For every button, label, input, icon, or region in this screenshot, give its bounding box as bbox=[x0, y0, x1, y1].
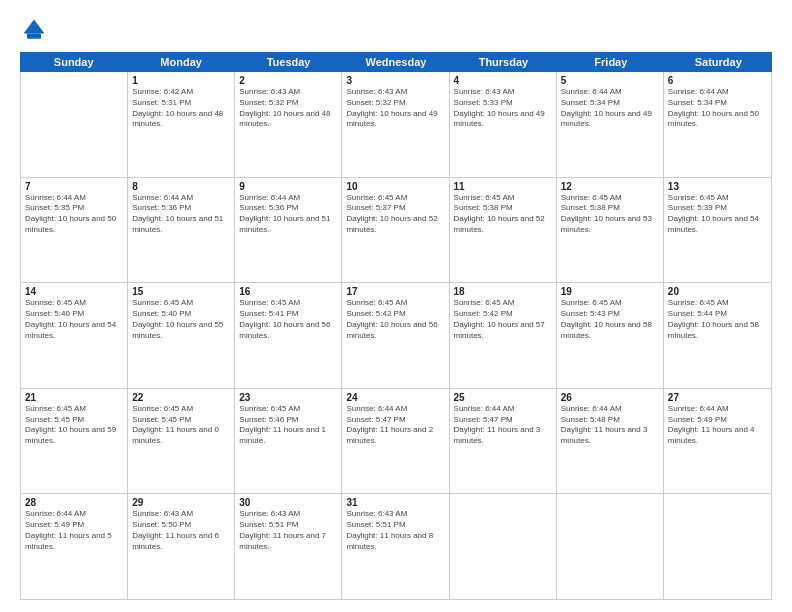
svg-rect-1 bbox=[27, 34, 41, 39]
calendar-cell-24: 24Sunrise: 6:44 AM Sunset: 5:47 PM Dayli… bbox=[342, 389, 449, 494]
day-number: 13 bbox=[668, 181, 767, 192]
cell-details: Sunrise: 6:43 AM Sunset: 5:32 PM Dayligh… bbox=[239, 87, 337, 130]
day-number: 5 bbox=[561, 75, 659, 86]
cell-details: Sunrise: 6:44 AM Sunset: 5:35 PM Dayligh… bbox=[25, 193, 123, 236]
page: SundayMondayTuesdayWednesdayThursdayFrid… bbox=[0, 0, 792, 612]
cell-details: Sunrise: 6:45 AM Sunset: 5:45 PM Dayligh… bbox=[132, 404, 230, 447]
day-number: 18 bbox=[454, 286, 552, 297]
calendar-cell-15: 15Sunrise: 6:45 AM Sunset: 5:40 PM Dayli… bbox=[128, 283, 235, 388]
day-header-friday: Friday bbox=[557, 52, 664, 72]
day-number: 10 bbox=[346, 181, 444, 192]
calendar-cell-9: 9Sunrise: 6:44 AM Sunset: 5:36 PM Daylig… bbox=[235, 178, 342, 283]
calendar-cell-21: 21Sunrise: 6:45 AM Sunset: 5:45 PM Dayli… bbox=[21, 389, 128, 494]
calendar-cell-empty-4-5 bbox=[557, 494, 664, 599]
calendar-cell-empty-4-4 bbox=[450, 494, 557, 599]
calendar-cell-17: 17Sunrise: 6:45 AM Sunset: 5:42 PM Dayli… bbox=[342, 283, 449, 388]
cell-details: Sunrise: 6:44 AM Sunset: 5:47 PM Dayligh… bbox=[454, 404, 552, 447]
calendar-cell-empty-0-0 bbox=[21, 72, 128, 177]
cell-details: Sunrise: 6:45 AM Sunset: 5:38 PM Dayligh… bbox=[454, 193, 552, 236]
day-number: 1 bbox=[132, 75, 230, 86]
cell-details: Sunrise: 6:45 AM Sunset: 5:37 PM Dayligh… bbox=[346, 193, 444, 236]
calendar-cell-empty-4-6 bbox=[664, 494, 771, 599]
cell-details: Sunrise: 6:45 AM Sunset: 5:40 PM Dayligh… bbox=[132, 298, 230, 341]
cell-details: Sunrise: 6:45 AM Sunset: 5:44 PM Dayligh… bbox=[668, 298, 767, 341]
logo bbox=[20, 16, 52, 44]
day-number: 27 bbox=[668, 392, 767, 403]
day-number: 2 bbox=[239, 75, 337, 86]
day-header-wednesday: Wednesday bbox=[342, 52, 449, 72]
calendar-row-5: 28Sunrise: 6:44 AM Sunset: 5:49 PM Dayli… bbox=[21, 494, 771, 599]
calendar-cell-8: 8Sunrise: 6:44 AM Sunset: 5:36 PM Daylig… bbox=[128, 178, 235, 283]
day-number: 29 bbox=[132, 497, 230, 508]
cell-details: Sunrise: 6:45 AM Sunset: 5:40 PM Dayligh… bbox=[25, 298, 123, 341]
day-number: 21 bbox=[25, 392, 123, 403]
cell-details: Sunrise: 6:45 AM Sunset: 5:42 PM Dayligh… bbox=[346, 298, 444, 341]
day-number: 11 bbox=[454, 181, 552, 192]
calendar-cell-2: 2Sunrise: 6:43 AM Sunset: 5:32 PM Daylig… bbox=[235, 72, 342, 177]
calendar-cell-25: 25Sunrise: 6:44 AM Sunset: 5:47 PM Dayli… bbox=[450, 389, 557, 494]
calendar-cell-28: 28Sunrise: 6:44 AM Sunset: 5:49 PM Dayli… bbox=[21, 494, 128, 599]
calendar-cell-1: 1Sunrise: 6:42 AM Sunset: 5:31 PM Daylig… bbox=[128, 72, 235, 177]
cell-details: Sunrise: 6:45 AM Sunset: 5:43 PM Dayligh… bbox=[561, 298, 659, 341]
calendar-cell-4: 4Sunrise: 6:43 AM Sunset: 5:33 PM Daylig… bbox=[450, 72, 557, 177]
day-header-monday: Monday bbox=[127, 52, 234, 72]
calendar-cell-19: 19Sunrise: 6:45 AM Sunset: 5:43 PM Dayli… bbox=[557, 283, 664, 388]
calendar-row-2: 7Sunrise: 6:44 AM Sunset: 5:35 PM Daylig… bbox=[21, 178, 771, 284]
cell-details: Sunrise: 6:45 AM Sunset: 5:38 PM Dayligh… bbox=[561, 193, 659, 236]
day-header-saturday: Saturday bbox=[665, 52, 772, 72]
cell-details: Sunrise: 6:44 AM Sunset: 5:34 PM Dayligh… bbox=[561, 87, 659, 130]
day-header-sunday: Sunday bbox=[20, 52, 127, 72]
calendar-grid: 1Sunrise: 6:42 AM Sunset: 5:31 PM Daylig… bbox=[20, 72, 772, 600]
day-number: 7 bbox=[25, 181, 123, 192]
calendar-cell-18: 18Sunrise: 6:45 AM Sunset: 5:42 PM Dayli… bbox=[450, 283, 557, 388]
calendar-row-3: 14Sunrise: 6:45 AM Sunset: 5:40 PM Dayli… bbox=[21, 283, 771, 389]
calendar-cell-6: 6Sunrise: 6:44 AM Sunset: 5:34 PM Daylig… bbox=[664, 72, 771, 177]
calendar-cell-5: 5Sunrise: 6:44 AM Sunset: 5:34 PM Daylig… bbox=[557, 72, 664, 177]
cell-details: Sunrise: 6:43 AM Sunset: 5:51 PM Dayligh… bbox=[239, 509, 337, 552]
day-number: 28 bbox=[25, 497, 123, 508]
cell-details: Sunrise: 6:43 AM Sunset: 5:32 PM Dayligh… bbox=[346, 87, 444, 130]
day-number: 24 bbox=[346, 392, 444, 403]
cell-details: Sunrise: 6:45 AM Sunset: 5:39 PM Dayligh… bbox=[668, 193, 767, 236]
calendar-cell-7: 7Sunrise: 6:44 AM Sunset: 5:35 PM Daylig… bbox=[21, 178, 128, 283]
calendar-cell-29: 29Sunrise: 6:43 AM Sunset: 5:50 PM Dayli… bbox=[128, 494, 235, 599]
cell-details: Sunrise: 6:43 AM Sunset: 5:51 PM Dayligh… bbox=[346, 509, 444, 552]
cell-details: Sunrise: 6:44 AM Sunset: 5:34 PM Dayligh… bbox=[668, 87, 767, 130]
cell-details: Sunrise: 6:44 AM Sunset: 5:49 PM Dayligh… bbox=[668, 404, 767, 447]
cell-details: Sunrise: 6:44 AM Sunset: 5:36 PM Dayligh… bbox=[239, 193, 337, 236]
day-number: 25 bbox=[454, 392, 552, 403]
calendar-cell-20: 20Sunrise: 6:45 AM Sunset: 5:44 PM Dayli… bbox=[664, 283, 771, 388]
calendar-cell-30: 30Sunrise: 6:43 AM Sunset: 5:51 PM Dayli… bbox=[235, 494, 342, 599]
cell-details: Sunrise: 6:44 AM Sunset: 5:48 PM Dayligh… bbox=[561, 404, 659, 447]
day-number: 16 bbox=[239, 286, 337, 297]
cell-details: Sunrise: 6:42 AM Sunset: 5:31 PM Dayligh… bbox=[132, 87, 230, 130]
cell-details: Sunrise: 6:45 AM Sunset: 5:42 PM Dayligh… bbox=[454, 298, 552, 341]
calendar-cell-22: 22Sunrise: 6:45 AM Sunset: 5:45 PM Dayli… bbox=[128, 389, 235, 494]
day-number: 30 bbox=[239, 497, 337, 508]
day-number: 22 bbox=[132, 392, 230, 403]
calendar-cell-3: 3Sunrise: 6:43 AM Sunset: 5:32 PM Daylig… bbox=[342, 72, 449, 177]
calendar-cell-10: 10Sunrise: 6:45 AM Sunset: 5:37 PM Dayli… bbox=[342, 178, 449, 283]
calendar: SundayMondayTuesdayWednesdayThursdayFrid… bbox=[20, 52, 772, 600]
day-number: 8 bbox=[132, 181, 230, 192]
calendar-cell-14: 14Sunrise: 6:45 AM Sunset: 5:40 PM Dayli… bbox=[21, 283, 128, 388]
day-number: 23 bbox=[239, 392, 337, 403]
calendar-cell-23: 23Sunrise: 6:45 AM Sunset: 5:46 PM Dayli… bbox=[235, 389, 342, 494]
header bbox=[20, 16, 772, 44]
day-header-tuesday: Tuesday bbox=[235, 52, 342, 72]
calendar-header: SundayMondayTuesdayWednesdayThursdayFrid… bbox=[20, 52, 772, 72]
cell-details: Sunrise: 6:43 AM Sunset: 5:50 PM Dayligh… bbox=[132, 509, 230, 552]
day-number: 3 bbox=[346, 75, 444, 86]
calendar-cell-26: 26Sunrise: 6:44 AM Sunset: 5:48 PM Dayli… bbox=[557, 389, 664, 494]
calendar-cell-13: 13Sunrise: 6:45 AM Sunset: 5:39 PM Dayli… bbox=[664, 178, 771, 283]
cell-details: Sunrise: 6:45 AM Sunset: 5:46 PM Dayligh… bbox=[239, 404, 337, 447]
cell-details: Sunrise: 6:43 AM Sunset: 5:33 PM Dayligh… bbox=[454, 87, 552, 130]
day-header-thursday: Thursday bbox=[450, 52, 557, 72]
day-number: 31 bbox=[346, 497, 444, 508]
day-number: 9 bbox=[239, 181, 337, 192]
cell-details: Sunrise: 6:45 AM Sunset: 5:45 PM Dayligh… bbox=[25, 404, 123, 447]
calendar-cell-31: 31Sunrise: 6:43 AM Sunset: 5:51 PM Dayli… bbox=[342, 494, 449, 599]
calendar-row-1: 1Sunrise: 6:42 AM Sunset: 5:31 PM Daylig… bbox=[21, 72, 771, 178]
calendar-cell-12: 12Sunrise: 6:45 AM Sunset: 5:38 PM Dayli… bbox=[557, 178, 664, 283]
day-number: 4 bbox=[454, 75, 552, 86]
